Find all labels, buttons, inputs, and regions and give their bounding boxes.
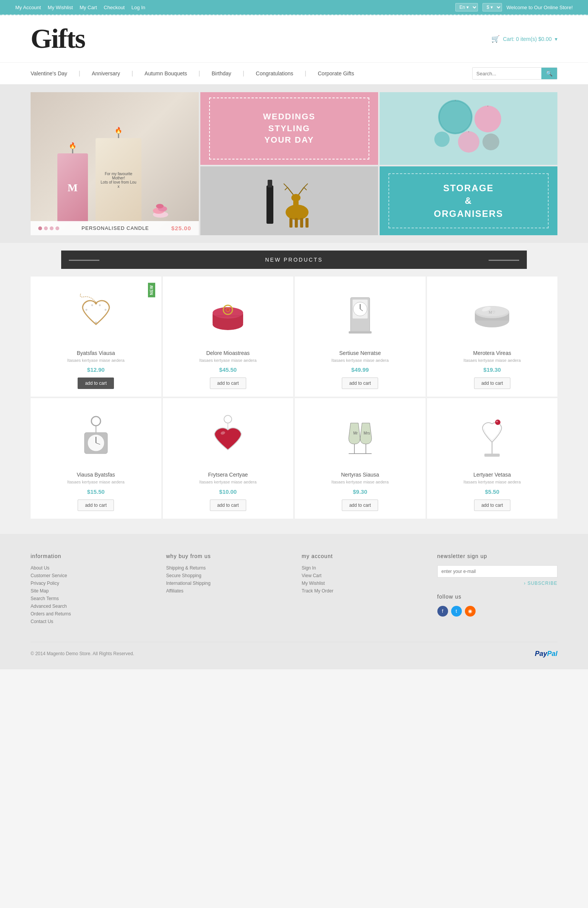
footer-orders-returns[interactable]: Orders and Returns	[31, 611, 151, 617]
add-to-cart-button[interactable]: add to cart	[78, 378, 114, 389]
footer-advanced-search[interactable]: Advanced Search	[31, 604, 151, 609]
footer-sign-in[interactable]: Sign In	[302, 565, 422, 571]
products-grid: NEW Byatsfas Viausa Itasaes kertyase mia…	[31, 277, 557, 519]
nav-valentines[interactable]: Valentine's Day	[31, 70, 67, 76]
nav-anniversary[interactable]: Anniversary	[92, 70, 120, 76]
hero-accessories-banner[interactable]	[200, 166, 378, 235]
add-to-cart-button[interactable]: add to cart	[342, 378, 378, 389]
product-desc: Itasaes kertyase miase aedera	[331, 479, 389, 485]
checkout-link[interactable]: Checkout	[104, 5, 125, 10]
svg-rect-16	[293, 200, 299, 213]
search-input[interactable]	[473, 68, 541, 79]
product-card: Frytsera Certyae Itasaes kertyase miase …	[163, 398, 294, 518]
product-name: Merotera Vireas	[473, 350, 511, 356]
cart-chevron-icon: ▾	[555, 36, 557, 42]
svg-rect-14	[268, 180, 272, 187]
svg-text:Mrs: Mrs	[364, 431, 370, 435]
dot-2[interactable]	[44, 226, 48, 230]
add-to-cart-button[interactable]: add to cart	[474, 378, 510, 389]
nav-autumn[interactable]: Autumn Bouquets	[145, 70, 187, 76]
hero-storage-banner[interactable]: STORAGE&ORGANISERS	[380, 166, 557, 235]
product-desc: Itasaes kertyase miase aedera	[463, 479, 521, 485]
footer-bottom: © 2014 Magento Demo Store. All Rights Re…	[31, 642, 557, 658]
product-name: Byatsfas Viausa	[77, 350, 115, 356]
new-products-title: NEW PRODUCTS	[61, 251, 527, 269]
nav-divider: |	[243, 70, 244, 77]
product-desc: Itasaes kertyase miase aedera	[331, 358, 389, 363]
product-desc: Itasaes kertyase miase aedera	[199, 479, 257, 485]
cart-icon: 🛒	[491, 35, 500, 43]
product-price: $15.50	[87, 488, 105, 495]
hero-main-banner[interactable]: M For my favourite Mother! Lots of love …	[31, 92, 199, 235]
newsletter-email-input[interactable]	[437, 565, 558, 578]
footer-secure-shopping[interactable]: Secure Shopping	[166, 573, 287, 578]
candle-scene: M For my favourite Mother! Lots of love …	[50, 92, 180, 230]
nav-corporate-gifts[interactable]: Corporate Gifts	[318, 70, 354, 76]
footer-my-wishlist[interactable]: My Wishlist	[302, 581, 422, 586]
dot-4[interactable]	[55, 226, 59, 230]
nav-divider: |	[79, 70, 80, 77]
language-select[interactable]: En ▾	[455, 3, 478, 11]
nav-links: Valentine's Day | Anniversary | Autumn B…	[31, 70, 354, 77]
add-to-cart-button[interactable]: add to cart	[474, 500, 510, 511]
product-image	[197, 284, 258, 345]
hero-candle-image: M For my favourite Mother! Lots of love …	[31, 92, 199, 230]
svg-rect-13	[266, 186, 273, 224]
product-card: Lertyaer Vetasa Itasaes kertyase miase a…	[427, 398, 558, 518]
footer-site-map[interactable]: Site Map	[31, 588, 151, 594]
add-to-cart-button[interactable]: add to cart	[210, 378, 246, 389]
subscribe-button[interactable]: › SUBSCRIBE	[524, 581, 557, 586]
svg-text:Mr: Mr	[353, 431, 358, 435]
hero-product-name: PERSONALISED CANDLE	[81, 225, 149, 231]
footer-customer-service[interactable]: Customer Service	[31, 573, 151, 578]
currency-select[interactable]: $ ▾	[482, 3, 502, 11]
product-desc: Itasaes kertyase miase aedera	[67, 358, 125, 363]
footer-search-terms[interactable]: Search Terms	[31, 596, 151, 601]
top-bar-right: En ▾ $ ▾ Welcome to Our Online Store!	[455, 3, 573, 11]
footer-intl-shipping[interactable]: International Shipping	[166, 581, 287, 586]
product-image	[197, 406, 258, 467]
add-to-cart-button[interactable]: add to cart	[78, 500, 114, 511]
hero-weddings-banner[interactable]: WEDDINGSSTYLINGYOUR DAY	[200, 92, 378, 165]
dot-3[interactable]	[50, 226, 54, 230]
footer-affiliates[interactable]: Affiliates	[166, 588, 287, 594]
product-card: M♡ Merotera Vireas Itasaes kertyase mias…	[427, 277, 558, 397]
rss-icon[interactable]: ◉	[465, 606, 476, 617]
footer-privacy-policy[interactable]: Privacy Policy	[31, 581, 151, 586]
svg-point-30	[91, 304, 93, 306]
login-link[interactable]: Log In	[132, 5, 145, 10]
dot-1[interactable]	[38, 226, 42, 230]
nav-birthday[interactable]: Birthday	[212, 70, 231, 76]
copyright: © 2014 Magento Demo Store. All Rights Re…	[31, 651, 134, 656]
add-to-cart-button[interactable]: add to cart	[210, 500, 246, 511]
product-name: Frytsera Certyae	[208, 472, 248, 478]
svg-point-8	[482, 133, 499, 150]
facebook-icon[interactable]: f	[437, 606, 448, 617]
rose-svg	[149, 192, 172, 222]
my-wishlist-link[interactable]: My Wishlist	[48, 5, 73, 10]
svg-line-19	[284, 184, 288, 187]
product-image: Mr Mrs	[330, 406, 391, 467]
twitter-icon[interactable]: t	[451, 606, 462, 617]
nav-divider: |	[305, 70, 306, 77]
new-products-header-wrapper: NEW PRODUCTS	[0, 243, 588, 269]
heart-pendant-svg	[203, 412, 253, 461]
footer-shipping-returns[interactable]: Shipping & Returns	[166, 565, 287, 571]
silver-box-svg: M♡	[467, 290, 517, 340]
nav-congratulations[interactable]: Congratulations	[256, 70, 293, 76]
search-button[interactable]: 🔍	[541, 68, 557, 79]
footer-track-order[interactable]: Track My Order	[302, 588, 422, 594]
cart-info[interactable]: 🛒 Cart: 0 item(s) $0.00 ▾	[491, 35, 557, 43]
my-cart-link[interactable]: My Cart	[80, 5, 97, 10]
product-card: NEW Byatsfas Viausa Itasaes kertyase mia…	[31, 277, 161, 397]
footer-about-us[interactable]: About Us	[31, 565, 151, 571]
svg-point-17	[291, 194, 300, 202]
ring-box-svg	[203, 290, 253, 340]
add-to-cart-button[interactable]: add to cart	[342, 500, 378, 511]
new-badge: NEW	[148, 283, 155, 297]
footer-view-cart[interactable]: View Cart	[302, 573, 422, 578]
footer-grid: information About Us Customer Service Pr…	[31, 553, 557, 626]
footer-contact-us[interactable]: Contact Us	[31, 619, 151, 624]
my-account-link[interactable]: My Account	[15, 5, 41, 10]
hero-decorations-banner[interactable]	[380, 92, 557, 165]
